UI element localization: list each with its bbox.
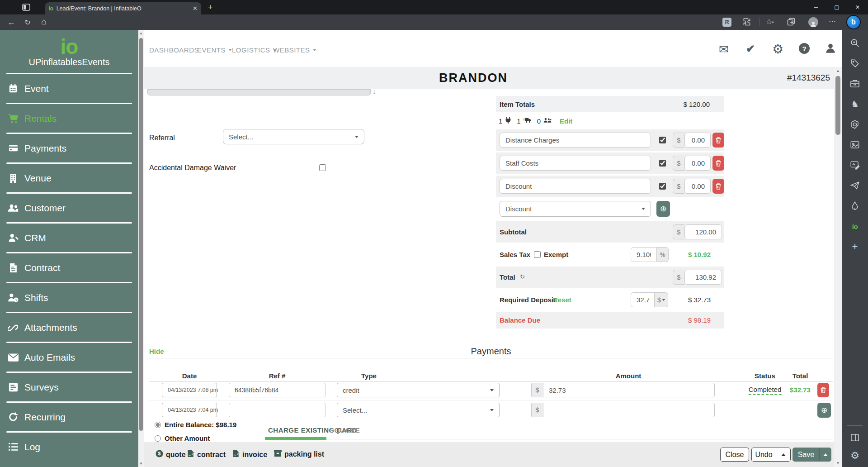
tree-icon[interactable] bbox=[850, 201, 859, 211]
nav-logistics[interactable]: LOGISTICS bbox=[232, 46, 277, 54]
settings-more-icon[interactable]: ⋯ bbox=[829, 17, 836, 26]
user-icon[interactable] bbox=[825, 42, 836, 54]
recalculate-icon[interactable]: ↻ bbox=[520, 273, 525, 280]
payment-date-input[interactable]: 04/13/2023 7:08 pm bbox=[162, 383, 217, 397]
payment-ref-input[interactable] bbox=[229, 383, 326, 397]
tab-close-icon[interactable]: ✕ bbox=[193, 5, 198, 11]
payments-hide-link[interactable]: Hide bbox=[149, 348, 164, 355]
shapes-icon[interactable] bbox=[850, 120, 860, 129]
charge-amount-input[interactable] bbox=[684, 133, 711, 148]
undo-dropdown-button[interactable] bbox=[776, 448, 791, 462]
deposit-reset-link[interactable]: Reset bbox=[553, 296, 571, 304]
payment-date-input[interactable]: 04/13/2023 7:04 pm bbox=[162, 403, 217, 417]
delete-payment-button[interactable] bbox=[817, 383, 829, 397]
total-input[interactable] bbox=[684, 270, 722, 285]
drop-send-icon[interactable] bbox=[850, 181, 860, 190]
nav-events[interactable]: EVENTS bbox=[197, 46, 232, 54]
delete-charge-button[interactable] bbox=[712, 179, 724, 194]
charge-enabled-checkbox[interactable] bbox=[659, 160, 666, 167]
add-charge-select[interactable]: Discount bbox=[500, 201, 651, 217]
edit-items-link[interactable]: Edit bbox=[560, 117, 572, 125]
payment-type-select[interactable]: Select... bbox=[337, 403, 500, 417]
nav-dashboards[interactable]: DASHBOARDS bbox=[149, 46, 199, 54]
search-icon[interactable] bbox=[850, 38, 860, 48]
sidebar-item-recurring[interactable]: Recurring bbox=[0, 403, 138, 431]
maximize-button[interactable]: ▢ bbox=[826, 0, 847, 14]
payment-amount-input[interactable] bbox=[543, 403, 715, 417]
charge-amount-input[interactable] bbox=[684, 156, 711, 171]
extension-icon[interactable]: R bbox=[722, 18, 731, 27]
charge-name-input[interactable] bbox=[500, 179, 651, 194]
extensions-puzzle-icon[interactable] bbox=[742, 17, 751, 26]
payment-ref-input[interactable] bbox=[229, 403, 326, 417]
tax-rate-input[interactable] bbox=[631, 247, 657, 262]
sidebar-item-shifts[interactable]: Shifts bbox=[0, 283, 138, 312]
tab-square[interactable]: SQUARE bbox=[330, 426, 360, 434]
shopping-tag-icon[interactable] bbox=[850, 59, 860, 68]
charge-name-input[interactable] bbox=[500, 133, 651, 148]
referral-select[interactable]: Select... bbox=[223, 129, 364, 144]
minimize-button[interactable]: ─ bbox=[806, 0, 826, 14]
sidebar-item-surveys[interactable]: Surveys bbox=[0, 373, 138, 401]
packing-list-link[interactable]: packing list bbox=[274, 450, 324, 459]
entire-balance-radio[interactable] bbox=[155, 422, 161, 428]
add-payment-button[interactable]: ⊕ bbox=[817, 403, 831, 418]
save-dropdown-button[interactable] bbox=[820, 448, 831, 462]
quote-link[interactable]: $ quote bbox=[156, 450, 186, 459]
scroll-up-icon[interactable]: ▲ bbox=[834, 69, 842, 73]
back-icon[interactable]: ← bbox=[5, 17, 17, 28]
damage-waiver-checkbox[interactable] bbox=[319, 164, 326, 171]
add-sidebar-item-icon[interactable]: + bbox=[852, 241, 858, 253]
sidebar-item-payments[interactable]: Payments bbox=[0, 134, 138, 162]
payment-amount-input[interactable] bbox=[543, 383, 715, 397]
undo-button[interactable]: Undo bbox=[751, 448, 776, 462]
deposit-input[interactable] bbox=[631, 292, 655, 307]
contract-link[interactable]: contract bbox=[187, 450, 226, 459]
collapsed-section-bar[interactable] bbox=[147, 89, 371, 95]
tools-briefcase-icon[interactable] bbox=[850, 79, 860, 88]
charge-enabled-checkbox[interactable] bbox=[659, 183, 666, 190]
sidebar-item-log[interactable]: Log bbox=[0, 433, 138, 461]
payment-type-select[interactable]: credit bbox=[337, 383, 500, 397]
bing-icon[interactable]: b bbox=[847, 16, 860, 29]
sidebar-item-attachments[interactable]: Attachments bbox=[0, 313, 138, 342]
tasks-check-icon[interactable]: ✔ bbox=[746, 43, 755, 55]
sidebar-scrollbar-thumb[interactable] bbox=[139, 38, 143, 431]
content-scrollbar[interactable]: ▲ ▼ bbox=[834, 67, 842, 467]
delete-charge-button[interactable] bbox=[712, 133, 724, 148]
scroll-down-icon[interactable]: ▼ bbox=[834, 461, 842, 465]
gear-icon[interactable]: ⚙ bbox=[772, 42, 783, 57]
sidebar-item-crm[interactable]: CRM bbox=[0, 224, 138, 252]
browser-tab[interactable]: io Lead/Event: Brandon | InflatableO ✕ bbox=[45, 2, 201, 14]
sidebar-settings-gear-icon[interactable]: ⚙ bbox=[850, 450, 859, 462]
sidebar-item-venue[interactable]: Venue bbox=[0, 164, 138, 192]
designer-icon[interactable] bbox=[850, 161, 860, 170]
invoice-link[interactable]: invoice bbox=[232, 450, 267, 459]
nav-websites[interactable]: WEBSITES bbox=[273, 46, 316, 54]
sidebar-item-customer[interactable]: Customer bbox=[0, 194, 138, 222]
collections-icon[interactable] bbox=[787, 17, 796, 26]
sidebar-item-rentals[interactable]: Rentals bbox=[0, 104, 138, 133]
save-button[interactable]: Save bbox=[793, 448, 820, 462]
messages-icon[interactable]: ✉ bbox=[719, 43, 729, 57]
new-tab-button[interactable]: + bbox=[208, 3, 213, 11]
refresh-icon[interactable]: ↻ bbox=[22, 17, 33, 28]
other-amount-radio[interactable] bbox=[155, 435, 161, 442]
sidebar-item-auto-emails[interactable]: Auto Emails bbox=[0, 343, 138, 372]
charge-amount-input[interactable] bbox=[684, 179, 711, 194]
games-icon[interactable]: ♞ bbox=[851, 99, 859, 110]
sidebar-panel-icon[interactable] bbox=[850, 434, 859, 442]
deposit-unit-select[interactable]: $ bbox=[655, 292, 668, 307]
delete-charge-button[interactable] bbox=[712, 156, 724, 171]
site-favicon-io[interactable]: io bbox=[852, 223, 858, 230]
tab-search-icon[interactable] bbox=[22, 3, 31, 14]
image-viewer-icon[interactable] bbox=[850, 140, 860, 150]
close-window-button[interactable]: ✕ bbox=[847, 0, 868, 14]
help-icon[interactable]: ? bbox=[799, 43, 810, 54]
scroll-down-icon[interactable]: ▼ bbox=[138, 462, 144, 466]
sidebar-scrollbar[interactable]: ▲ ▼ bbox=[138, 30, 144, 467]
sidebar-item-contract[interactable]: Contract bbox=[0, 253, 138, 282]
content-scrollbar-thumb[interactable] bbox=[835, 76, 840, 135]
sidebar-logo[interactable]: io UPinflatablesEvents bbox=[0, 30, 138, 67]
favorites-icon[interactable]: ☆≡ bbox=[766, 17, 774, 26]
